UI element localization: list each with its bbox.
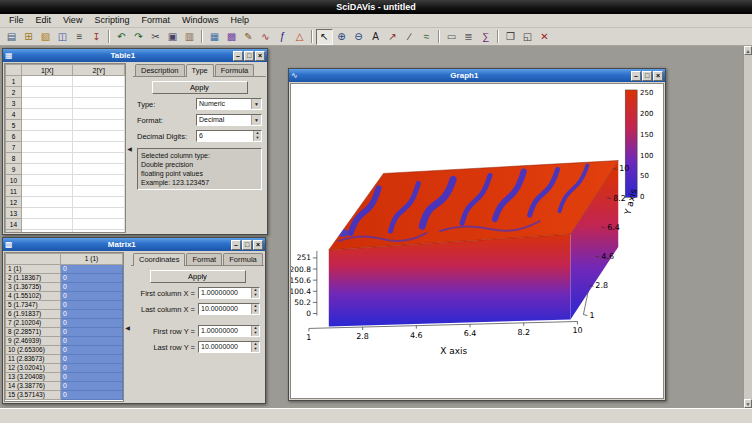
matrix-row-header[interactable]: 4 (1.55102) <box>6 292 61 301</box>
close-window-icon[interactable]: ✕ <box>536 29 553 45</box>
table-corner-header[interactable] <box>6 65 22 76</box>
spin-buttons[interactable]: ▲▼ <box>251 326 259 336</box>
table-cell[interactable] <box>73 142 125 153</box>
table-cell[interactable] <box>21 142 73 153</box>
matrix-cell[interactable]: 0 <box>61 337 123 346</box>
table-cell[interactable] <box>21 219 73 230</box>
matrix-cell[interactable]: 0 <box>61 346 123 355</box>
matrix-row-header[interactable]: 5 (1.7347) <box>6 301 61 310</box>
table-row-header[interactable]: 12 <box>6 197 22 208</box>
add-error-bars-icon[interactable]: ≣ <box>460 29 477 45</box>
draw-arrow-icon[interactable]: ↗ <box>384 29 401 45</box>
spin-buttons[interactable]: ▲▼ <box>251 342 259 352</box>
table-cell[interactable] <box>21 186 73 197</box>
matrix1-close-button[interactable]: × <box>253 240 263 250</box>
table1-close-button[interactable]: × <box>255 51 265 61</box>
table1-tab-description[interactable]: Description <box>135 64 185 76</box>
matrix-field-spinbox[interactable]: 1.00000000▲▼ <box>198 325 260 337</box>
new-3d-plot-icon[interactable]: △ <box>291 29 308 45</box>
table-cell[interactable] <box>73 186 125 197</box>
matrix-row-header[interactable]: 2 (1.18367) <box>6 274 61 283</box>
matrix-row-header[interactable]: 7 (2.10204) <box>6 319 61 328</box>
matrix-row-header[interactable]: 6 (1.91837) <box>6 310 61 319</box>
fit-wizard-icon[interactable]: ∑ <box>477 29 494 45</box>
new-folder-icon[interactable]: ⊞ <box>20 29 37 45</box>
table-row-header[interactable]: 4 <box>6 109 22 120</box>
table-row-header[interactable]: 10 <box>6 175 22 186</box>
scroll-down-icon[interactable]: ▼ <box>744 399 752 408</box>
duplicate-window-icon[interactable]: ❐ <box>502 29 519 45</box>
table-cell[interactable] <box>21 153 73 164</box>
menu-item-scripting[interactable]: Scripting <box>88 14 135 27</box>
table-cell[interactable] <box>21 109 73 120</box>
menu-item-edit[interactable]: Edit <box>30 14 58 27</box>
graph1-minimize-button[interactable]: – <box>631 71 641 81</box>
cut-icon[interactable]: ✂ <box>147 29 164 45</box>
matrix-cell[interactable]: 0 <box>61 355 123 364</box>
table-cell[interactable] <box>21 208 73 219</box>
matrix-field-spinbox[interactable]: 10.0000000▲▼ <box>198 303 260 315</box>
menu-item-help[interactable]: Help <box>224 14 255 27</box>
matrix-row-header[interactable]: 9 (2.46939) <box>6 337 61 346</box>
digits-spinner[interactable]: 6 ▲▼ <box>196 130 262 142</box>
zoom-out-icon[interactable]: ⊖ <box>350 29 367 45</box>
matrix-row-header[interactable]: 11 (2.83673) <box>6 355 61 364</box>
graph1-restore-button[interactable]: □ <box>642 71 652 81</box>
add-text-icon[interactable]: A <box>367 29 384 45</box>
matrix-corner-header[interactable] <box>6 254 61 265</box>
table1-apply-button[interactable]: Apply <box>152 81 248 94</box>
new-function-plot-icon[interactable]: ƒ <box>274 29 291 45</box>
matrix-row-header[interactable]: 10 (2.65306) <box>6 346 61 355</box>
matrix-cell[interactable]: 0 <box>61 292 123 301</box>
table-row-header[interactable]: 11 <box>6 186 22 197</box>
table1-restore-button[interactable]: □ <box>244 51 254 61</box>
print-icon[interactable]: ≡ <box>71 29 88 45</box>
table-cell[interactable] <box>73 120 125 131</box>
table-row-header[interactable]: 8 <box>6 153 22 164</box>
matrix-cell[interactable]: 0 <box>61 373 123 382</box>
matrix-row-header[interactable]: 1 (1) <box>6 265 61 274</box>
menu-item-view[interactable]: View <box>57 14 88 27</box>
table-cell[interactable] <box>73 109 125 120</box>
matrix-cell[interactable]: 0 <box>61 382 123 391</box>
table-cell[interactable] <box>73 98 125 109</box>
matrix-cell[interactable]: 0 <box>61 283 123 292</box>
table-cell[interactable] <box>73 153 125 164</box>
matrix-row-header[interactable]: 12 (3.02041) <box>6 364 61 373</box>
matrix1-grid[interactable]: 1 (1)1 (1)02 (1.18367)03 (1.36735)04 (1.… <box>4 252 124 402</box>
scroll-up-icon[interactable]: ▲ <box>744 46 752 55</box>
type-combo[interactable]: Numeric ▼ <box>196 98 262 110</box>
matrix-cell[interactable]: 0 <box>61 310 123 319</box>
table1-tab-type[interactable]: Type <box>186 64 214 77</box>
table-cell[interactable] <box>21 164 73 175</box>
table-cell[interactable] <box>73 208 125 219</box>
export-pdf-icon[interactable]: ↧ <box>88 29 105 45</box>
matrix-column-header[interactable]: 1 (1) <box>61 254 123 265</box>
graph1-close-button[interactable]: × <box>653 71 663 81</box>
table-cell[interactable] <box>21 120 73 131</box>
matrix-cell[interactable]: 0 <box>61 301 123 310</box>
new-project-icon[interactable]: ▤ <box>3 29 20 45</box>
format-combo[interactable]: Decimal ▼ <box>196 114 262 126</box>
cascade-windows-icon[interactable]: ◱ <box>519 29 536 45</box>
matrix-row-header[interactable]: 3 (1.36735) <box>6 283 61 292</box>
window-titlebar[interactable]: SciDAVis - untitled <box>0 0 752 14</box>
matrix-cell[interactable]: 0 <box>61 319 123 328</box>
matrix1-titlebar[interactable]: ▩ Matrix1 – □ × <box>3 238 265 251</box>
table-row-header[interactable]: 14 <box>6 219 22 230</box>
graph1-titlebar[interactable]: ∿ Graph1 – □ × <box>289 69 665 82</box>
table-cell[interactable] <box>73 230 125 234</box>
table-column-header[interactable]: 2[Y] <box>73 65 125 76</box>
matrix1-tab-formula[interactable]: Formula <box>223 253 263 265</box>
matrix1-apply-button[interactable]: Apply <box>150 270 246 283</box>
table-cell[interactable] <box>21 131 73 142</box>
pointer-icon[interactable]: ↖ <box>316 29 333 45</box>
matrix-row-header[interactable]: 13 (3.20408) <box>6 373 61 382</box>
new-matrix-icon[interactable]: ▩ <box>223 29 240 45</box>
table-cell[interactable] <box>73 197 125 208</box>
table-row-header[interactable]: 2 <box>6 87 22 98</box>
undo-icon[interactable]: ↶ <box>113 29 130 45</box>
matrix-row-header[interactable]: 15 (3.57143) <box>6 391 61 400</box>
table-row-header[interactable]: 9 <box>6 164 22 175</box>
table-row-header[interactable]: 7 <box>6 142 22 153</box>
